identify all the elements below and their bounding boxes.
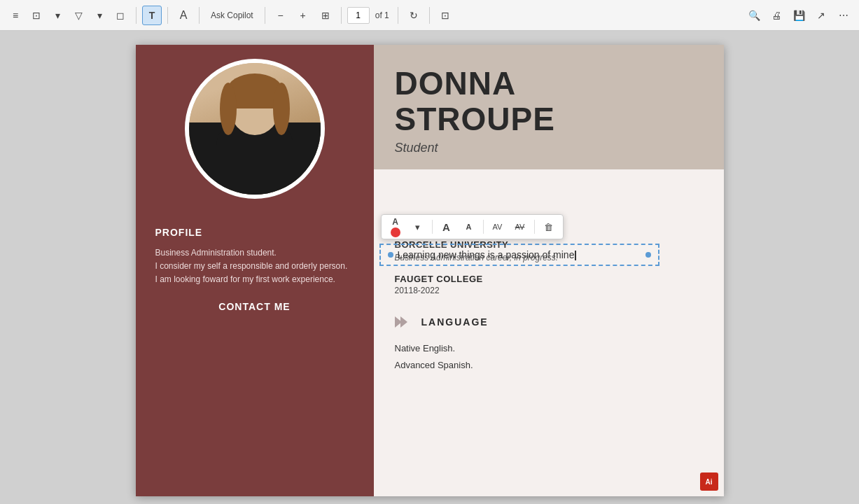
edu-entry-2: FAUGET COLLEGE 20118-2022 [395, 274, 703, 295]
box-select-button[interactable]: ⊡ [27, 6, 46, 25]
font-resize-button[interactable]: A [174, 6, 193, 25]
color-indicator [391, 227, 400, 237]
content-area: PROFILE Business Administration student.… [0, 31, 859, 504]
chevron-down-icon: ▾ [55, 10, 60, 21]
profile-text: Business Administration student. I consi… [155, 246, 354, 287]
role-title: Student [395, 141, 703, 155]
font-decrease-icon: A [466, 223, 472, 231]
language-chevron-icon [395, 312, 414, 332]
divider-4 [265, 7, 265, 24]
adobe-logo-text: Ai [706, 478, 713, 486]
hamburger-menu-button[interactable]: ≡ [6, 6, 25, 25]
left-handle [388, 252, 393, 258]
language-header: LANGUAGE [395, 312, 703, 332]
fit-page-button[interactable]: ⊞ [316, 6, 335, 25]
more-icon: ⋯ [839, 10, 848, 21]
font-size-decrease-button[interactable]: A [459, 218, 479, 236]
divider-7 [429, 7, 430, 24]
font-increase-icon: A [442, 221, 450, 233]
filter-dropdown[interactable]: ▾ [90, 6, 109, 25]
name-section: DONNA STROUPE Student [374, 45, 724, 169]
split-view-icon: ⊡ [441, 10, 449, 21]
divider-2 [167, 7, 168, 24]
fit-page-icon: ⊞ [321, 10, 330, 21]
save-button[interactable]: 💾 [789, 6, 809, 25]
eraser-icon: ◻ [116, 10, 125, 21]
profile-section: PROFILE Business Administration student.… [136, 213, 374, 294]
resume-page: PROFILE Business Administration student.… [136, 45, 724, 496]
search-icon: 🔍 [748, 10, 760, 21]
profile-title: PROFILE [155, 227, 354, 238]
audio-button[interactable]: ↻ [404, 6, 424, 25]
split-view-button[interactable]: ⊡ [435, 6, 455, 25]
lang1-text: Native English. [395, 340, 703, 356]
toolbar-right: 🔍 🖨 💾 ↗ ⋯ [744, 6, 853, 25]
font-size-increase-button[interactable]: A [437, 218, 456, 236]
divider-6 [398, 7, 398, 24]
tb-divider-3 [534, 220, 535, 234]
name-title: DONNA STROUPE [395, 66, 703, 136]
box-select-icon: ⊡ [32, 10, 41, 21]
filter-icon: ▽ [75, 10, 83, 21]
print-icon: 🖨 [771, 10, 781, 21]
share-icon: ↗ [817, 10, 825, 21]
text-cursor [575, 251, 576, 260]
divider-1 [136, 7, 137, 24]
lang2-text: Advanced Spanish. [395, 357, 703, 373]
delete-text-button[interactable]: 🗑 [539, 218, 559, 236]
filter-button[interactable]: ▽ [69, 6, 88, 25]
kerning-icon: AV [493, 223, 503, 231]
box-select-dropdown[interactable]: ▾ [48, 6, 67, 25]
save-icon: 💾 [793, 10, 805, 21]
hamburger-icon: ≡ [13, 10, 18, 21]
contact-title: CONTACT ME [199, 294, 309, 312]
photo-placeholder [189, 63, 321, 195]
plus-icon: + [300, 10, 306, 21]
sidebar: PROFILE Business Administration student.… [136, 45, 374, 496]
right-handle [645, 252, 651, 258]
toolbar: ≡ ⊡ ▾ ▽ ▾ ◻ T A Ask Copilot − + ⊞ 1 of 1 [0, 0, 859, 31]
minus-icon: − [278, 10, 284, 21]
editing-text[interactable]: Learning new things is a passion of mine [398, 249, 641, 260]
text-formatting-toolbar[interactable]: A ▾ A A AV AV 🗑 [381, 214, 564, 239]
eraser-button[interactable]: ◻ [111, 6, 130, 25]
text-tool-icon: T [149, 10, 155, 21]
page-number-input[interactable]: 1 [347, 7, 370, 24]
color-dropdown-button[interactable]: ▾ [408, 218, 428, 236]
tb-divider-1 [432, 220, 433, 234]
language-section: LANGUAGE Native English. Advanced Spanis… [395, 312, 703, 373]
divider-5 [341, 7, 342, 24]
search-button[interactable]: 🔍 [744, 6, 764, 25]
text-color-button[interactable]: A [386, 218, 405, 236]
print-button[interactable]: 🖨 [767, 6, 786, 25]
share-button[interactable]: ↗ [811, 6, 831, 25]
main-content: DONNA STROUPE Student [374, 45, 724, 496]
divider-3 [199, 7, 200, 24]
page-total-label: of 1 [372, 10, 392, 20]
tb-divider-2 [483, 220, 484, 234]
tracking-icon: AV [515, 223, 525, 231]
copilot-button[interactable]: Ask Copilot [205, 9, 259, 22]
profile-photo [185, 59, 325, 199]
edu2-name: FAUGET COLLEGE [395, 274, 703, 284]
toolbar-left-group: ≡ ⊡ ▾ ▽ ▾ ◻ [6, 6, 130, 25]
font-resize-icon: A [180, 9, 188, 22]
kerning-button[interactable]: AV [488, 218, 508, 236]
more-options-button[interactable]: ⋯ [834, 6, 853, 25]
audio-icon: ↻ [410, 10, 418, 21]
dropdown-arrow-icon: ▾ [415, 222, 420, 232]
zoom-out-button[interactable]: − [271, 6, 291, 25]
adobe-icon: Ai [700, 472, 718, 491]
editable-text-area[interactable]: Learning new things is a passion of mine [379, 244, 659, 266]
tracking-button[interactable]: AV [510, 218, 530, 236]
svg-marker-3 [400, 316, 407, 328]
chevron-down-icon: ▾ [97, 10, 102, 21]
language-label: LANGUAGE [421, 316, 489, 328]
text-tool-button[interactable]: T [142, 6, 162, 25]
zoom-in-button[interactable]: + [293, 6, 313, 25]
edu2-date: 20118-2022 [395, 286, 703, 295]
trash-icon: 🗑 [544, 222, 553, 232]
font-color-label: A [392, 217, 398, 227]
